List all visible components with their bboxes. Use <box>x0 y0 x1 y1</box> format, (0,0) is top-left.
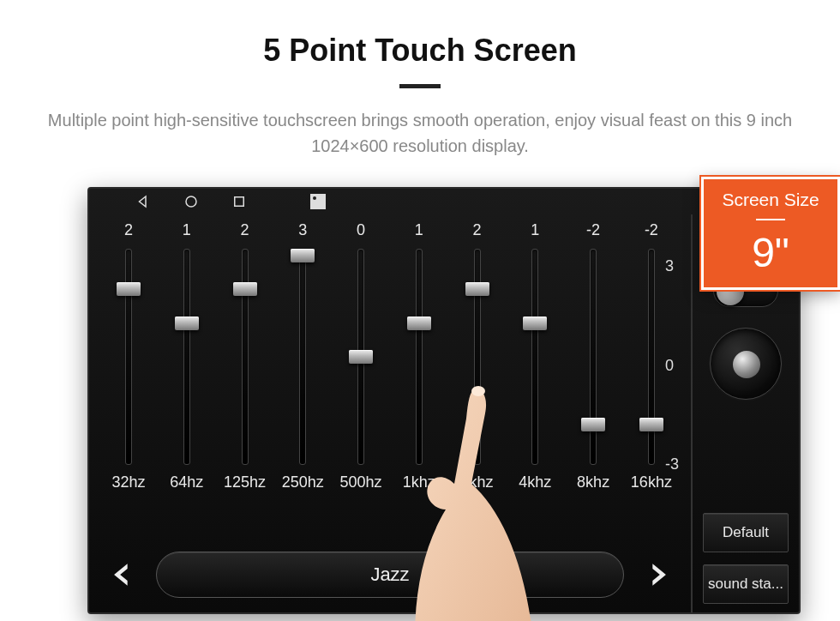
screen-size-callout: Screen Size 9" <box>701 177 840 290</box>
eq-band-value: 3 <box>298 221 307 244</box>
eq-band-value: 1 <box>183 221 191 244</box>
eq-band: 164hz <box>161 221 213 496</box>
eq-band-value: -2 <box>645 221 658 244</box>
eq-band-value: 2 <box>241 221 249 244</box>
eq-slider-thumb[interactable] <box>465 282 489 296</box>
eq-slider-thumb[interactable] <box>639 418 663 431</box>
scale-max: 3 <box>665 257 679 275</box>
eq-slider-thumb[interactable] <box>175 317 199 330</box>
eq-band-freq: 125hz <box>224 473 266 491</box>
eq-band: 3250hz <box>277 221 328 496</box>
eq-slider[interactable] <box>583 249 603 465</box>
preset-prev-button[interactable] <box>105 557 141 593</box>
eq-slider-thumb[interactable] <box>581 418 605 431</box>
eq-slider[interactable] <box>351 249 371 465</box>
preset-label: Jazz <box>370 564 409 586</box>
svg-rect-1 <box>235 197 244 207</box>
eq-slider[interactable] <box>409 249 429 465</box>
eq-band-freq: 4khz <box>519 473 551 491</box>
equalizer-panel: 232hz164hz2125hz3250hz0500hz11khz22khz14… <box>89 214 691 612</box>
balance-knob[interactable] <box>710 328 782 400</box>
default-button-label: Default <box>723 524 769 541</box>
svg-point-0 <box>186 196 196 207</box>
scale-labels: 3 0 -3 <box>665 257 679 473</box>
eq-band-freq: 16khz <box>631 473 672 491</box>
page-subtitle: Multiple point high-sensitive touchscree… <box>34 107 806 159</box>
recents-icon[interactable] <box>231 194 247 209</box>
preset-select[interactable]: Jazz <box>156 552 624 598</box>
default-button[interactable]: Default <box>703 513 789 552</box>
eq-band-freq: 32hz <box>111 473 145 491</box>
eq-band-value: 0 <box>357 221 365 244</box>
callout-divider <box>756 219 785 220</box>
eq-band: 232hz <box>103 221 154 496</box>
title-underline <box>399 84 441 88</box>
eq-band: 14khz <box>509 221 561 496</box>
eq-slider-thumb[interactable] <box>407 317 431 330</box>
eq-slider[interactable] <box>118 249 139 465</box>
device-frame: 232hz164hz2125hz3250hz0500hz11khz22khz14… <box>87 187 801 614</box>
eq-band-freq: 64hz <box>170 473 203 491</box>
callout-label: Screen Size <box>704 190 837 210</box>
eq-band-value: 1 <box>531 221 539 244</box>
eq-slider[interactable] <box>641 249 662 465</box>
callout-value: 9" <box>704 229 837 276</box>
page-title: 5 Point Touch Screen <box>0 33 840 69</box>
eq-band: -28khz <box>567 221 619 496</box>
home-icon[interactable] <box>183 194 199 209</box>
preset-next-button[interactable] <box>639 557 675 593</box>
eq-band-value: 1 <box>415 221 423 244</box>
scale-min: -3 <box>665 455 679 473</box>
eq-slider-thumb[interactable] <box>117 282 141 296</box>
eq-band-value: -2 <box>586 221 600 244</box>
eq-slider[interactable] <box>525 249 545 465</box>
eq-slider-thumb[interactable] <box>291 249 315 262</box>
back-icon[interactable] <box>135 194 151 209</box>
eq-band-freq: 250hz <box>282 473 324 491</box>
scale-mid: 0 <box>665 357 679 375</box>
eq-slider[interactable] <box>467 249 488 465</box>
eq-slider[interactable] <box>177 249 197 465</box>
sound-stage-label: sound sta... <box>708 576 783 593</box>
eq-sliders: 232hz164hz2125hz3250hz0500hz11khz22khz14… <box>98 221 682 496</box>
eq-slider-thumb[interactable] <box>349 350 373 364</box>
eq-band-freq: 500hz <box>340 473 382 491</box>
android-navbar <box>89 189 799 214</box>
eq-band-freq: 2khz <box>461 473 494 491</box>
preset-bar: Jazz <box>89 547 691 602</box>
eq-band: 0500hz <box>335 221 387 496</box>
eq-band-freq: 1khz <box>403 473 435 491</box>
eq-band: 22khz <box>452 221 503 496</box>
eq-slider[interactable] <box>235 249 255 465</box>
eq-band: 11khz <box>393 221 445 496</box>
eq-slider-thumb[interactable] <box>523 317 547 330</box>
eq-band-freq: 8khz <box>577 473 609 491</box>
eq-band: 2125hz <box>219 221 271 496</box>
eq-slider-thumb[interactable] <box>233 282 257 296</box>
gallery-icon[interactable] <box>310 194 326 209</box>
sound-stage-button[interactable]: sound sta... <box>703 564 789 604</box>
eq-band-value: 2 <box>473 221 482 244</box>
eq-slider[interactable] <box>292 249 313 465</box>
eq-band-value: 2 <box>124 221 133 244</box>
